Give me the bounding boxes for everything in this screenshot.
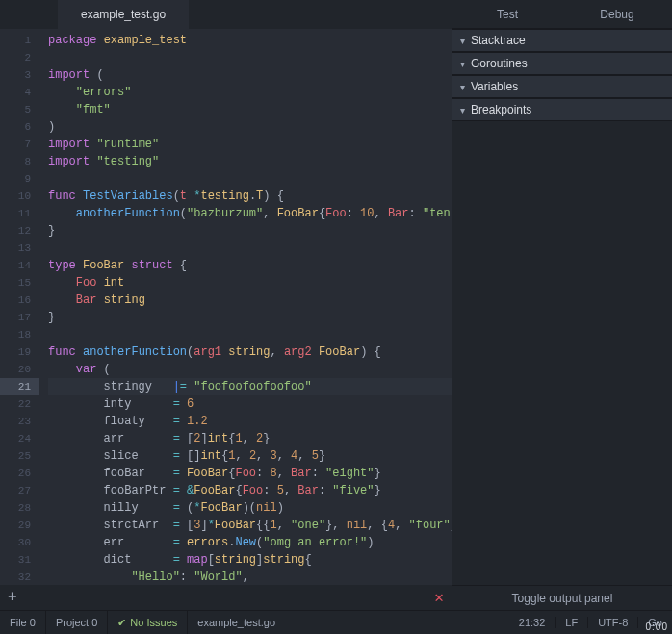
close-pane-icon[interactable]: ✕ <box>434 588 444 607</box>
code-line[interactable]: } <box>48 309 452 326</box>
code-line[interactable]: anotherFunction("bazburzum", FooBar{Foo:… <box>48 205 452 222</box>
line-number[interactable]: 13 <box>0 240 39 257</box>
debug-pane: Test Debug ▾Stacktrace▾Goroutines▾Variab… <box>452 0 672 610</box>
debug-section-goroutines[interactable]: ▾Goroutines <box>452 52 672 75</box>
code-line[interactable]: import "testing" <box>48 153 452 170</box>
line-number[interactable]: 20 <box>0 361 39 378</box>
debug-tab-debug[interactable]: Debug <box>562 0 672 28</box>
line-number[interactable]: 4 <box>0 84 39 101</box>
line-number[interactable]: 2 <box>0 49 39 66</box>
line-number[interactable]: 22 <box>0 395 39 413</box>
code-line[interactable]: err = errors.New("omg an error!") <box>48 534 452 551</box>
toggle-output-label: Toggle output panel <box>512 592 613 605</box>
line-number[interactable]: 24 <box>0 430 39 447</box>
line-number[interactable]: 30 <box>0 534 39 551</box>
debug-body <box>452 121 672 585</box>
code-line[interactable]: "Hello": "World", <box>48 569 452 585</box>
code-line[interactable] <box>48 240 452 257</box>
status-bar: File 0 Project 0 ✔ No Issues example_tes… <box>0 610 672 634</box>
code-line[interactable]: nilly = (*FooBar)(nil) <box>48 499 452 517</box>
status-file-diagnostics[interactable]: File 0 <box>0 611 46 634</box>
status-encoding[interactable]: UTF-8 <box>588 617 638 628</box>
line-number[interactable]: 9 <box>0 170 39 188</box>
code-line[interactable]: func TestVariables(t *testing.T) { <box>48 188 452 205</box>
line-number[interactable]: 16 <box>0 292 39 309</box>
debug-section-breakpoints[interactable]: ▾Breakpoints <box>452 98 672 121</box>
line-number[interactable]: 32 <box>0 569 39 585</box>
line-number[interactable]: 23 <box>0 413 39 430</box>
line-number[interactable]: 7 <box>0 136 39 153</box>
file-tab[interactable]: example_test.go <box>58 0 189 29</box>
chevron-down-icon: ▾ <box>460 82 465 92</box>
line-number[interactable]: 21 <box>0 378 39 395</box>
line-number[interactable]: 1 <box>0 32 39 49</box>
status-filename[interactable]: example_test.go <box>187 611 285 634</box>
code-line[interactable]: arr = [2]int{1, 2} <box>48 430 452 447</box>
debug-section-label: Goroutines <box>471 57 528 70</box>
code-line[interactable]: package example_test <box>48 32 452 49</box>
code-line[interactable]: dict = map[string]string{ <box>48 551 452 569</box>
line-number[interactable]: 15 <box>0 274 39 292</box>
status-project-count: 0 <box>91 617 97 628</box>
code-content[interactable]: package example_testimport ( "errors" "f… <box>39 29 452 585</box>
code-line[interactable]: func anotherFunction(arg1 string, arg2 F… <box>48 343 452 361</box>
code-line[interactable]: } <box>48 222 452 240</box>
code-line[interactable]: fooBarPtr = &FooBar{Foo: 5, Bar: "five"} <box>48 482 452 499</box>
tab-spacer <box>0 0 58 29</box>
code-line[interactable]: floaty = 1.2 <box>48 413 452 430</box>
line-number[interactable]: 6 <box>0 118 39 136</box>
code-line[interactable] <box>48 326 452 343</box>
line-number[interactable]: 14 <box>0 257 39 274</box>
code-line[interactable]: inty = 6 <box>48 395 452 413</box>
line-number[interactable]: 5 <box>0 101 39 118</box>
code-line[interactable]: strctArr = [3]*FooBar{{1, "one"}, nil, {… <box>48 517 452 534</box>
line-number[interactable]: 11 <box>0 205 39 222</box>
line-number[interactable]: 18 <box>0 326 39 343</box>
code-line[interactable]: type FooBar struct { <box>48 257 452 274</box>
code-line[interactable]: "errors" <box>48 84 452 101</box>
line-number[interactable]: 29 <box>0 517 39 534</box>
debug-section-variables[interactable]: ▾Variables <box>452 75 672 98</box>
debug-section-label: Stacktrace <box>471 34 526 47</box>
line-number[interactable]: 3 <box>0 66 39 84</box>
line-number[interactable]: 17 <box>0 309 39 326</box>
status-file-count: 0 <box>30 617 36 628</box>
line-number[interactable]: 26 <box>0 465 39 482</box>
code-line[interactable]: var ( <box>48 361 452 378</box>
code-line[interactable]: Bar string <box>48 292 452 309</box>
code-line[interactable]: "fmt" <box>48 101 452 118</box>
code-line[interactable]: import ( <box>48 66 452 84</box>
code-line[interactable]: fooBar = FooBar{Foo: 8, Bar: "eight"} <box>48 465 452 482</box>
line-number[interactable]: 31 <box>0 551 39 569</box>
line-number[interactable]: 10 <box>0 188 39 205</box>
debug-section-label: Variables <box>471 80 518 93</box>
debug-tab-label: Test <box>497 8 518 21</box>
line-number[interactable]: 12 <box>0 222 39 240</box>
line-number-gutter[interactable]: 1234567891011121314151617181920212223242… <box>0 29 39 585</box>
code-line[interactable]: import "runtime" <box>48 136 452 153</box>
code-line[interactable]: Foo int <box>48 274 452 292</box>
status-issues[interactable]: ✔ No Issues <box>108 611 187 634</box>
line-number[interactable]: 8 <box>0 153 39 170</box>
status-project-diagnostics[interactable]: Project 0 <box>46 611 108 634</box>
add-pane-icon[interactable]: + <box>8 589 17 606</box>
editor-bottom-bar: + ✕ <box>0 585 452 610</box>
code-line[interactable]: stringy |= "foofoofoofoofoo" <box>48 378 452 395</box>
debug-section-stacktrace[interactable]: ▾Stacktrace <box>452 29 672 52</box>
line-number[interactable]: 28 <box>0 499 39 517</box>
status-eol[interactable]: LF <box>556 617 588 628</box>
status-cursor[interactable]: 21:32 <box>509 617 556 628</box>
line-number[interactable]: 19 <box>0 343 39 361</box>
app-root: example_test.go 123456789101112131415161… <box>0 0 672 634</box>
code-line[interactable]: ) <box>48 118 452 136</box>
debug-tab-label: Debug <box>600 8 633 21</box>
code-line[interactable]: slice = []int{1, 2, 3, 4, 5} <box>48 447 452 465</box>
editor-area[interactable]: 1234567891011121314151617181920212223242… <box>0 29 452 585</box>
line-number[interactable]: 25 <box>0 447 39 465</box>
debug-tab-bar: Test Debug <box>452 0 672 29</box>
code-line[interactable] <box>48 170 452 188</box>
code-line[interactable] <box>48 49 452 66</box>
line-number[interactable]: 27 <box>0 482 39 499</box>
debug-tab-test[interactable]: Test <box>452 0 562 28</box>
toggle-output-panel[interactable]: Toggle output panel <box>452 585 672 610</box>
